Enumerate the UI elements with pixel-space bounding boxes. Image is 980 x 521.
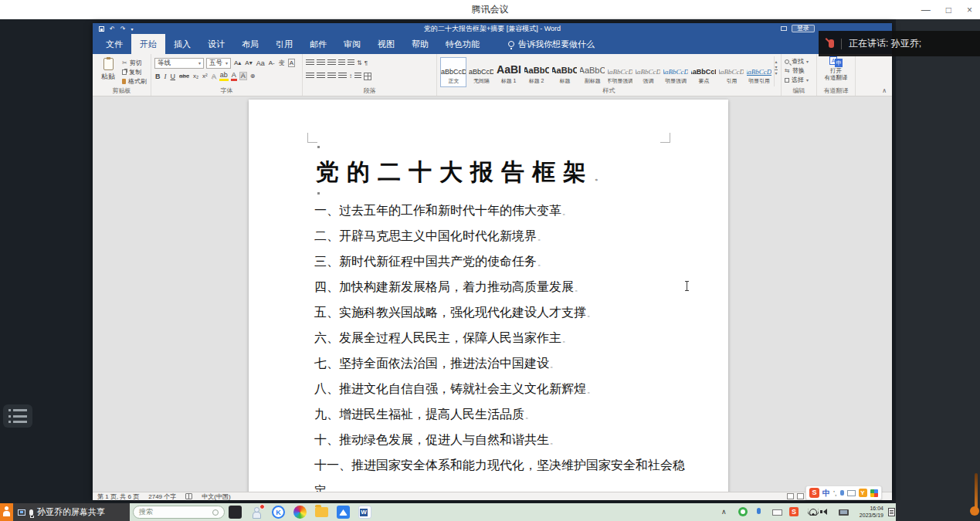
- language-indicator[interactable]: 中文(中国): [202, 492, 230, 501]
- tray-device-icon[interactable]: [839, 509, 849, 516]
- bullets-icon[interactable]: [306, 59, 314, 66]
- tab-special-features[interactable]: 特色功能: [437, 34, 488, 54]
- italic-button[interactable]: I: [164, 73, 168, 80]
- highlight-button[interactable]: ab: [219, 72, 229, 81]
- tray-microphone-icon[interactable]: [757, 508, 761, 514]
- phonetic-guide-button[interactable]: 变: [278, 59, 286, 67]
- numbering-icon[interactable]: [317, 59, 325, 66]
- copy-button[interactable]: 复制: [122, 68, 147, 76]
- tab-design[interactable]: 设计: [199, 34, 233, 54]
- tray-sogou-icon[interactable]: S: [789, 507, 799, 516]
- spellcheck-icon[interactable]: [185, 493, 192, 499]
- shading-icon[interactable]: [354, 73, 361, 80]
- line-spacing-icon[interactable]: ↕: [349, 73, 352, 80]
- read-mode-icon[interactable]: [787, 493, 794, 499]
- character-shading-button[interactable]: A: [239, 72, 247, 80]
- app-browser[interactable]: [293, 506, 307, 519]
- style-subtle-emphasis[interactable]: AaBbCcDt 不明显强调: [607, 57, 633, 87]
- style-title[interactable]: AaBbC 标题: [551, 57, 578, 87]
- underline-button[interactable]: U: [170, 73, 177, 80]
- cut-button[interactable]: ✂ 剪切: [122, 59, 147, 67]
- floating-handle-dot[interactable]: [970, 506, 979, 516]
- superscript-button[interactable]: x²: [202, 73, 209, 80]
- collapse-ribbon-icon[interactable]: ∧: [882, 87, 887, 94]
- app-task-view[interactable]: [229, 506, 242, 519]
- enclose-characters-button[interactable]: ⊕: [249, 73, 256, 80]
- style-heading1[interactable]: AaBI 标题 1: [496, 57, 522, 87]
- borders-icon[interactable]: [364, 73, 371, 80]
- ime-voice-icon[interactable]: [840, 490, 844, 496]
- justify-icon[interactable]: [338, 73, 347, 80]
- youdao-name-label[interactable]: 有道翻译: [825, 74, 848, 81]
- tab-review[interactable]: 审阅: [335, 34, 369, 54]
- replace-button[interactable]: ⇆ 替换: [785, 66, 813, 75]
- character-border-button[interactable]: A: [288, 59, 295, 67]
- bold-button[interactable]: B: [154, 73, 161, 80]
- sort-icon[interactable]: ⇅: [357, 59, 362, 66]
- tab-references[interactable]: 引用: [267, 34, 301, 54]
- wifi-icon[interactable]: [808, 509, 819, 516]
- app-contacts[interactable]: [250, 506, 263, 519]
- volume-icon[interactable]: [823, 509, 827, 515]
- gallery-down-icon[interactable]: ▾: [775, 64, 777, 69]
- tab-layout[interactable]: 布局: [233, 34, 267, 54]
- style-intense-emphasis[interactable]: AaBbCcDt 明显强调: [663, 57, 689, 87]
- grow-font-button[interactable]: A▴: [233, 59, 242, 66]
- login-button[interactable]: 登录: [792, 25, 815, 32]
- gallery-more-icon[interactable]: ▾: [775, 69, 777, 76]
- word-count[interactable]: 2749 个字: [148, 492, 176, 501]
- style-strong[interactable]: AaBbCcD 要点: [690, 57, 717, 87]
- tab-help[interactable]: 帮助: [403, 34, 437, 54]
- translate-icon[interactable]: A 中: [829, 56, 843, 67]
- change-case-button[interactable]: Aa: [256, 59, 266, 67]
- youdao-open-label[interactable]: 打开: [830, 67, 842, 74]
- app-tencent-meeting[interactable]: [337, 506, 350, 519]
- style-emphasis[interactable]: AaBbCcDt 强调: [635, 57, 661, 87]
- font-size-select[interactable]: 五号 ▾: [206, 58, 231, 69]
- print-layout-icon[interactable]: [797, 493, 804, 499]
- app-word[interactable]: W: [358, 506, 371, 519]
- style-intense-quote[interactable]: AaBbCcDx 明显引用: [746, 57, 772, 87]
- style-heading2[interactable]: AaBbC 标题 2: [524, 57, 550, 87]
- paste-button[interactable]: 粘贴: [96, 56, 120, 86]
- clear-formatting-button[interactable]: A-: [268, 59, 276, 66]
- show-marks-icon[interactable]: ¶: [365, 59, 368, 66]
- text-effects-button[interactable]: A: [211, 73, 217, 80]
- tray-expand-icon[interactable]: ∧: [721, 508, 727, 521]
- style-normal[interactable]: AaBbCcDx 正文: [440, 57, 466, 87]
- gallery-up-icon[interactable]: ▴: [775, 59, 777, 64]
- increase-indent-icon[interactable]: [348, 59, 354, 66]
- meeting-panel-button[interactable]: [3, 404, 32, 428]
- close-icon[interactable]: ×: [967, 5, 972, 15]
- font-name-select[interactable]: 等线 ▾: [154, 58, 204, 69]
- tab-home[interactable]: 开始: [131, 34, 165, 54]
- tab-insert[interactable]: 插入: [165, 34, 199, 54]
- tab-view[interactable]: 视图: [369, 34, 403, 54]
- font-color-button[interactable]: A: [231, 72, 237, 81]
- maximize-icon[interactable]: □: [946, 5, 951, 15]
- app-k[interactable]: WK: [272, 506, 285, 519]
- document-page[interactable]: 党的二十大报告框架。 一、过去五年的工作和新时代十年的伟大变革。 二、开辟马克思…: [249, 100, 728, 492]
- align-center-icon[interactable]: [317, 73, 325, 80]
- find-button[interactable]: 查找 ▾: [785, 57, 813, 66]
- shrink-font-button[interactable]: A▾: [244, 59, 253, 66]
- ime-mode-chinese[interactable]: 中: [822, 488, 830, 499]
- align-left-icon[interactable]: [306, 73, 314, 80]
- share-document-icon[interactable]: [781, 26, 787, 31]
- style-quote[interactable]: AaBbCcDt 引用: [718, 57, 744, 87]
- align-right-icon[interactable]: [327, 73, 336, 80]
- ime-skin-icon[interactable]: Y: [859, 489, 867, 497]
- minimize-icon[interactable]: —: [921, 5, 931, 15]
- tray-keyboard-icon[interactable]: [772, 509, 782, 516]
- format-painter-button[interactable]: 格式刷: [122, 77, 147, 86]
- sogou-logo-icon[interactable]: S: [809, 488, 819, 498]
- select-button[interactable]: 选择 ▾: [785, 76, 813, 84]
- floating-handle-bar[interactable]: [975, 473, 978, 509]
- app-file-explorer[interactable]: [315, 507, 328, 517]
- taskbar-search-input[interactable]: 搜索: [133, 506, 225, 519]
- strikethrough-button[interactable]: abc: [178, 73, 190, 80]
- tell-me-box[interactable]: 告诉我你想要做什么: [508, 34, 595, 54]
- action-center-icon[interactable]: [888, 508, 895, 516]
- ime-toolbox-icon[interactable]: [870, 489, 878, 497]
- multilevel-list-icon[interactable]: [327, 59, 336, 66]
